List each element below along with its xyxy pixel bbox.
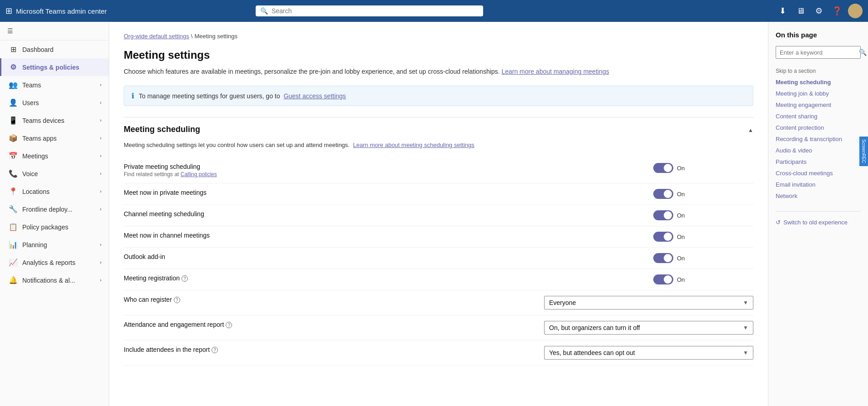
sidebar-item-users[interactable]: 👤 Users › (0, 94, 109, 112)
page-title: Meeting settings (124, 49, 753, 61)
page-links: Meeting schedulingMeeting join & lobbyMe… (776, 78, 861, 200)
right-panel: On this page 🔍 Skip to a section Meeting… (768, 22, 868, 406)
nav-label-teams-devices: Teams devices (22, 117, 96, 124)
setting-label-private-meeting-scheduling: Private meeting scheduling Find related … (124, 163, 646, 178)
page-link-email-invitation[interactable]: Email invitation (776, 180, 861, 189)
user-avatar[interactable] (848, 4, 863, 18)
sidebar-item-teams-apps[interactable]: 📦 Teams apps › (0, 129, 109, 147)
dropdown-value-include-attendees-report: Yes, but attendees can opt out (549, 349, 635, 356)
setting-control-attendance-engagement-report: On, but organizers can turn it off ▼ (544, 321, 753, 335)
setting-label-outlook-addin: Outlook add-in (124, 253, 646, 260)
section-header[interactable]: Meeting scheduling (124, 117, 753, 142)
dropdown-attendance-engagement-report[interactable]: On, but organizers can turn it off ▼ (544, 321, 753, 335)
nav-chevron-meetings: › (100, 153, 101, 158)
toggle-channel-meeting-scheduling[interactable] (653, 210, 673, 220)
meeting-scheduling-section: Meeting scheduling Meeting scheduling se… (124, 117, 753, 365)
info-banner: ℹ To manage meeting settings for guest u… (124, 86, 753, 106)
settings-icon[interactable]: ⚙ (812, 4, 826, 18)
learn-more-link[interactable]: Learn more about managing meetings (501, 68, 609, 75)
nav-chevron-teams-apps: › (100, 136, 101, 141)
page-link-content-sharing[interactable]: Content sharing (776, 112, 861, 121)
keyword-search[interactable]: 🔍 (776, 46, 861, 59)
nav-label-teams: Teams (22, 81, 96, 89)
screen-icon[interactable]: 🖥 (793, 4, 808, 18)
keyword-search-icon: 🔍 (859, 49, 867, 56)
dropdown-chevron-include-attendees-report: ▼ (743, 350, 748, 356)
page-link-meeting-engagement[interactable]: Meeting engagement (776, 101, 861, 109)
sidebar-item-voice[interactable]: 📞 Voice › (0, 165, 109, 183)
main-content: Org-wide default settings \ Meeting sett… (109, 22, 768, 406)
setting-label-who-can-register: Who can register? (124, 296, 537, 303)
info-icon-who-can-register[interactable]: ? (174, 297, 180, 303)
setting-row-private-meeting-scheduling: Private meeting scheduling Find related … (124, 157, 753, 183)
page-link-meeting-join-lobby[interactable]: Meeting join & lobby (776, 89, 861, 98)
menu-icon: ☰ (7, 27, 13, 35)
toggle-private-meeting-scheduling[interactable] (653, 163, 673, 173)
page-link-participants[interactable]: Participants (776, 157, 861, 166)
dropdown-include-attendees-report[interactable]: Yes, but attendees can opt out ▼ (544, 346, 753, 360)
sidebar-item-meetings[interactable]: 📅 Meetings › (0, 147, 109, 165)
toggle-meeting-registration[interactable] (653, 274, 673, 284)
nav-label-voice: Voice (22, 170, 96, 178)
sidebar: ☰ ⊞ Dashboard ⚙ Settings & policies 👥 Te… (0, 22, 109, 406)
breadcrumb-parent[interactable]: Org-wide default settings (124, 33, 189, 40)
toggle-meet-now-channel[interactable] (653, 232, 673, 242)
page-link-audio-video[interactable]: Audio & video (776, 146, 861, 155)
page-link-recording-transcription[interactable]: Recording & transcription (776, 135, 861, 143)
sidebar-item-teams[interactable]: 👥 Teams › (0, 76, 109, 94)
dropdown-who-can-register[interactable]: Everyone ▼ (544, 296, 753, 310)
section-title: Meeting scheduling (124, 125, 200, 134)
search-bar[interactable]: 🔍 (256, 5, 483, 16)
page-link-cross-cloud-meetings[interactable]: Cross-cloud meetings (776, 169, 861, 178)
setting-label-meeting-registration: Meeting registration? (124, 274, 646, 282)
breadcrumb: Org-wide default settings \ Meeting sett… (124, 33, 753, 40)
nav-label-settings-policies: Settings & policies (22, 64, 101, 71)
page-link-meeting-scheduling[interactable]: Meeting scheduling (776, 78, 861, 86)
setting-control-meet-now-channel: On (653, 232, 753, 242)
setting-row-outlook-addin: Outlook add-in On (124, 248, 753, 269)
nav-icon-notifications: 🔔 (9, 276, 18, 284)
nav-chevron-voice: › (100, 171, 101, 176)
sidebar-item-dashboard[interactable]: ⊞ Dashboard (0, 41, 109, 58)
info-icon-include-attendees-report[interactable]: ? (212, 347, 218, 353)
scheduling-learn-more[interactable]: Learn more about meeting scheduling sett… (353, 142, 474, 148)
switch-label: Switch to old experience (783, 219, 848, 226)
info-icon-meeting-registration[interactable]: ? (182, 275, 188, 282)
nav-label-meetings: Meetings (22, 152, 96, 160)
screenrec-badge[interactable]: ScreenREC (859, 137, 868, 166)
info-banner-icon: ℹ (131, 91, 134, 100)
nav-label-policy-packages: Policy packages (22, 223, 101, 231)
sidebar-item-locations[interactable]: 📍 Locations › (0, 183, 109, 200)
sidebar-item-policy-packages[interactable]: 📋 Policy packages (0, 218, 109, 236)
nav-chevron-planning: › (100, 242, 101, 247)
toggle-meet-now-private[interactable] (653, 189, 673, 199)
sidebar-item-settings-policies[interactable]: ⚙ Settings & policies (0, 58, 109, 76)
nav-label-analytics-reports: Analytics & reports (22, 259, 96, 266)
page-link-network[interactable]: Network (776, 192, 861, 200)
main-layout: ☰ ⊞ Dashboard ⚙ Settings & policies 👥 Te… (0, 22, 868, 406)
help-icon[interactable]: ❓ (830, 4, 844, 18)
download-icon[interactable]: ⬇ (775, 4, 790, 18)
setting-label-channel-meeting-scheduling: Channel meeting scheduling (124, 210, 646, 218)
nav-icon-frontline-deploy: 🔧 (9, 205, 18, 213)
nav-icon-meetings: 📅 (9, 152, 18, 160)
sidebar-toggle[interactable]: ☰ (0, 22, 109, 41)
on-this-page-title: On this page (776, 31, 861, 39)
toggle-outlook-addin[interactable] (653, 253, 673, 263)
dropdown-chevron-who-can-register: ▼ (743, 299, 748, 306)
info-banner-text: To manage meeting settings for guest use… (139, 92, 346, 100)
guest-access-link[interactable]: Guest access settings (283, 92, 346, 100)
switch-old-experience[interactable]: ↺ Switch to old experience (776, 211, 861, 226)
sidebar-item-frontline-deploy[interactable]: 🔧 Frontline deploy... › (0, 200, 109, 218)
sidebar-item-notifications[interactable]: 🔔 Notifications & al... › (0, 271, 109, 289)
keyword-input[interactable] (780, 49, 856, 56)
grid-icon[interactable]: ⊞ (5, 6, 12, 16)
info-icon-attendance-engagement-report[interactable]: ? (226, 322, 232, 328)
page-link-content-protection[interactable]: Content protection (776, 123, 861, 132)
sidebar-item-planning[interactable]: 📊 Planning › (0, 236, 109, 254)
switch-icon: ↺ (776, 219, 781, 226)
sidebar-item-teams-devices[interactable]: 📱 Teams devices › (0, 112, 109, 129)
search-input[interactable] (272, 7, 479, 15)
sidebar-item-analytics-reports[interactable]: 📈 Analytics & reports › (0, 254, 109, 271)
sublabel-link-private-meeting-scheduling[interactable]: Calling policies (181, 171, 217, 178)
